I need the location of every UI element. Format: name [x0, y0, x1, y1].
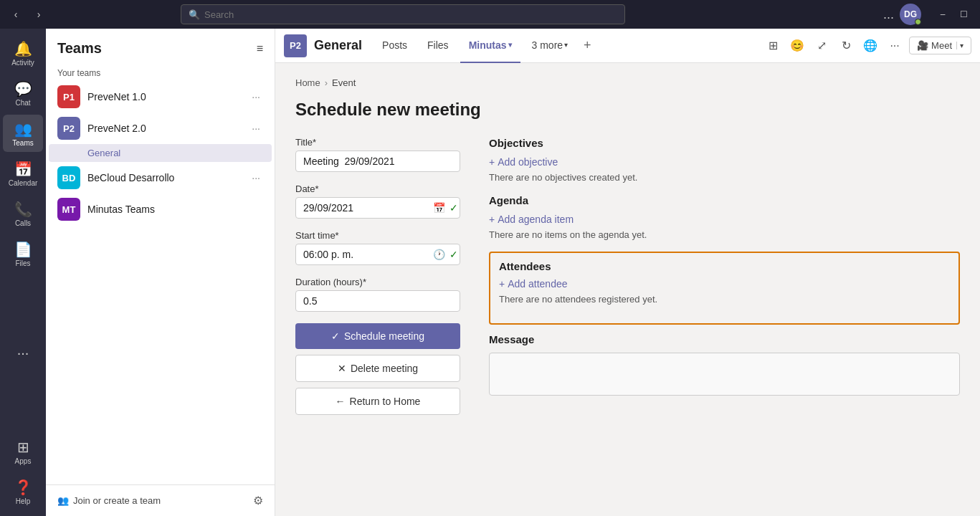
agenda-section: Agenda + Add agenda item There are no it… — [489, 194, 960, 240]
breadcrumb-home[interactable]: Home — [295, 77, 320, 88]
date-valid-icon: ✓ — [449, 202, 458, 214]
form-left: Title* Date* 📅 ✓ — [295, 137, 460, 415]
team-avatar-prevenet2: P2 — [57, 117, 80, 140]
breadcrumb: Home › Event — [295, 77, 960, 88]
sidebar-item-help[interactable]: ❓ Help — [3, 473, 43, 510]
sidebar-item-calls[interactable]: 📞 Calls — [3, 195, 43, 232]
plus-icon-agenda: + — [489, 214, 495, 225]
team-more-prevenet2[interactable]: ··· — [249, 121, 263, 135]
team-item-prevenet2[interactable]: P2 PreveNet 2.0 ··· — [49, 113, 272, 144]
return-home-button[interactable]: ← Return to Home — [295, 388, 460, 415]
date-label: Date* — [295, 183, 460, 194]
message-input[interactable] — [489, 353, 960, 396]
tab-bar-right: ⊞ 😊 ⤢ ↻ 🌐 ··· 🎥 Meet ▾ — [763, 36, 971, 56]
top-bar-right: ... DG – ☐ — [883, 4, 974, 25]
title-input[interactable] — [303, 156, 452, 167]
start-time-input[interactable] — [303, 249, 429, 260]
team-more-prevenet1[interactable]: ··· — [249, 90, 263, 104]
calls-icon: 📞 — [14, 201, 32, 218]
camera-icon: 🎥 — [917, 40, 928, 51]
attendees-section: Attendees + Add attendee There are no at… — [489, 252, 960, 325]
tab-refresh-icon[interactable]: ↻ — [836, 36, 856, 56]
tab-files[interactable]: Files — [419, 29, 457, 63]
meet-chevron-icon: ▾ — [956, 42, 964, 49]
tab-screen-share-icon[interactable]: ⊞ — [763, 36, 783, 56]
help-icon: ❓ — [14, 479, 32, 496]
teams-header: Teams ≡ — [46, 29, 275, 62]
avatar[interactable]: DG — [900, 4, 921, 25]
sidebar-item-calendar[interactable]: 📅 Calendar — [3, 155, 43, 192]
search-input[interactable] — [204, 9, 617, 20]
date-input[interactable] — [303, 202, 429, 214]
tab-emoji-icon[interactable]: 😊 — [787, 36, 807, 56]
duration-field-group: Duration (hours)* — [295, 277, 460, 312]
date-field-group: Date* 📅 ✓ — [295, 183, 460, 219]
add-attendee-button[interactable]: + Add attendee — [499, 278, 950, 290]
tab-posts[interactable]: Posts — [374, 29, 416, 63]
tab-bar: P2 General Posts Files Minutas ▾ 3 more … — [275, 29, 980, 63]
chat-icon: 💬 — [14, 80, 32, 97]
tab-add-button[interactable]: + — [579, 38, 596, 53]
minimize-button[interactable]: – — [933, 4, 953, 24]
tab-minutas[interactable]: Minutas ▾ — [460, 29, 520, 63]
search-icon: 🔍 — [189, 9, 200, 20]
page-title: Schedule new meeting — [295, 100, 960, 120]
presence-badge — [915, 19, 921, 25]
more-apps-button[interactable]: ··· — [11, 339, 35, 367]
maximize-button[interactable]: ☐ — [954, 4, 974, 24]
tab-more[interactable]: 3 more ▾ — [523, 29, 577, 63]
delete-meeting-button[interactable]: ✕ Delete meeting — [295, 355, 460, 382]
tab-expand-icon[interactable]: ⤢ — [812, 36, 832, 56]
duration-input[interactable] — [303, 295, 452, 307]
sidebar-item-files[interactable]: 📄 Files — [3, 235, 43, 272]
teams-panel-bottom: 👥 Join or create a team ⚙ — [46, 484, 275, 516]
tab-minutas-chevron: ▾ — [508, 41, 512, 49]
page-content: Home › Event Schedule new meeting Title* — [275, 63, 980, 516]
team-avatar-minutas: MT — [57, 198, 80, 221]
duration-label: Duration (hours)* — [295, 277, 460, 287]
sidebar-item-activity[interactable]: 🔔 Activity — [3, 34, 43, 72]
sidebar-item-chat[interactable]: 💬 Chat — [3, 75, 43, 112]
forward-button[interactable]: › — [29, 4, 49, 24]
team-item-becloud[interactable]: BD BeCloud Desarrollo ··· — [49, 162, 272, 194]
form-layout: Title* Date* 📅 ✓ — [295, 137, 960, 415]
top-bar: ‹ › 🔍 ... DG – ☐ — [0, 0, 980, 29]
agenda-title: Agenda — [489, 194, 960, 206]
teams-settings-button[interactable]: ⚙ — [253, 494, 263, 507]
clock-icon[interactable]: 🕐 — [433, 249, 445, 260]
more-options-button[interactable]: ... — [883, 7, 894, 22]
team-avatar-becloud: BD — [57, 166, 80, 189]
teams-panel-title: Teams — [57, 40, 102, 57]
files-icon: 📄 — [14, 241, 32, 258]
team-item-prevenet1[interactable]: P1 PreveNet 1.0 ··· — [49, 81, 272, 113]
title-input-wrapper — [295, 150, 460, 172]
teams-icon: 👥 — [14, 120, 32, 138]
calendar-icon: 📅 — [14, 161, 32, 178]
tab-globe-icon[interactable]: 🌐 — [860, 36, 880, 56]
teams-filter-button[interactable]: ≡ — [257, 42, 263, 55]
plus-icon-attendee: + — [499, 278, 505, 290]
team-name-prevenet2: PreveNet 2.0 — [87, 123, 242, 134]
meet-button[interactable]: 🎥 Meet ▾ — [909, 37, 971, 54]
calendar-picker-icon[interactable]: 📅 — [433, 202, 445, 214]
team-more-becloud[interactable]: ··· — [249, 171, 263, 185]
apps-icon: ⊞ — [17, 439, 29, 456]
tab-more-options-icon[interactable]: ··· — [885, 36, 905, 56]
sidebar-item-teams[interactable]: 👥 Teams — [3, 115, 43, 152]
sidebar-item-apps[interactable]: ⊞ Apps — [3, 433, 43, 470]
team-sub-channel-general[interactable]: General — [49, 144, 272, 162]
schedule-meeting-button[interactable]: ✓ Schedule meeting — [295, 323, 460, 349]
add-objective-button[interactable]: + Add objective — [489, 156, 960, 168]
back-button[interactable]: ‹ — [6, 4, 26, 24]
start-time-field-group: Start time* 🕐 ✓ — [295, 230, 460, 265]
breadcrumb-current: Event — [332, 77, 356, 88]
team-name-minutas: Minutas Teams — [87, 204, 263, 215]
title-field-group: Title* — [295, 137, 460, 172]
title-label: Title* — [295, 137, 460, 148]
join-team-button[interactable]: 👥 Join or create a team — [57, 495, 161, 506]
form-right: Objectives + Add objective There are no … — [489, 137, 960, 415]
people-icon: 👥 — [57, 495, 69, 506]
team-name-prevenet1: PreveNet 1.0 — [87, 91, 242, 102]
add-agenda-button[interactable]: + Add agenda item — [489, 214, 960, 225]
team-item-minutas[interactable]: MT Minutas Teams — [49, 194, 272, 225]
